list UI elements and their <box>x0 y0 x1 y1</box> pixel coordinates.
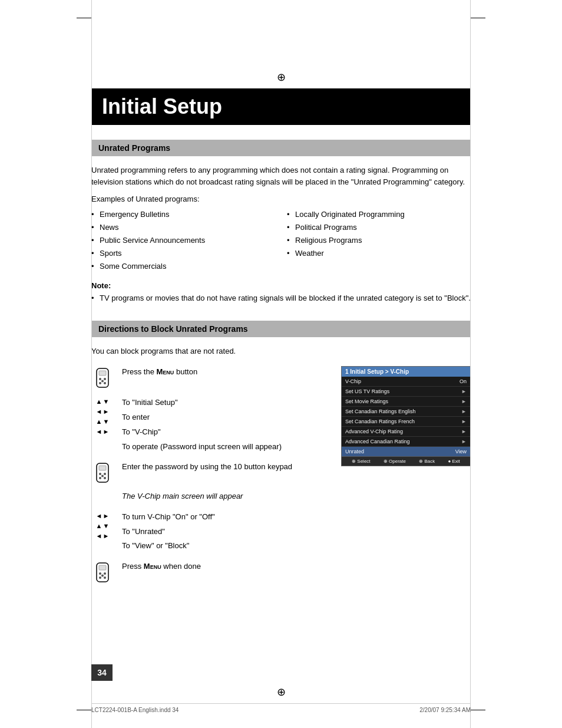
screenshot-label: Advanced Canadian Rating <box>345 439 410 444</box>
screenshot-row-us-tv: Set US TV Ratings ► <box>342 387 470 397</box>
step-line: To operate (Password input screen will a… <box>122 440 329 454</box>
screenshot-unrated-row: Unrated View <box>342 447 470 456</box>
svg-point-11 <box>99 477 101 479</box>
screenshot-label: V-Chip <box>345 378 361 384</box>
crop-mark-tl-h <box>77 18 91 18</box>
page-number-box: 34 <box>91 664 113 681</box>
unrated-intro-text: Unrated programming refers to any progra… <box>91 164 471 187</box>
registration-mark-top <box>277 71 286 84</box>
arrow-right: ► <box>103 408 110 415</box>
arrow-right: ► <box>103 512 110 519</box>
margin-line-left <box>91 0 92 728</box>
screenshot-row-advanced-canadian: Advanced Canadian Rating ► <box>342 437 470 447</box>
step-row-6: Press Menu when done <box>91 561 329 583</box>
svg-point-9 <box>99 473 101 475</box>
bullets-right-list: Locally Originated Programming Political… <box>287 208 471 260</box>
remote-icon-6 <box>94 562 111 583</box>
bullets-left-list: Emergency Bulletins News Public Service … <box>91 208 275 273</box>
screenshot-label: Advanced V-Chip Rating <box>345 429 403 434</box>
screenshot-label: Set Movie Ratings <box>345 398 388 404</box>
screenshot-row-advanced-vchip: Advanced V-Chip Rating ► <box>342 427 470 437</box>
svg-point-20 <box>101 575 104 577</box>
svg-point-16 <box>99 572 101 575</box>
screenshot-label: Set Canadian Ratings French <box>345 419 415 424</box>
bottom-bar-operate: ⊕ Operate <box>384 459 406 464</box>
svg-rect-1 <box>99 371 106 375</box>
screenshot-unrated-label: Unrated <box>345 449 364 454</box>
bullet-item: Weather <box>287 247 471 260</box>
arrow-left: ◄ <box>96 428 103 435</box>
screenshot-arrow: ► <box>461 439 467 444</box>
arrow-down: ▼ <box>103 522 110 529</box>
svg-point-17 <box>104 572 106 575</box>
screenshot-box: 1 Initial Setup > V-Chip V-Chip On Set U… <box>341 366 471 466</box>
svg-rect-15 <box>99 565 106 570</box>
arrow-up: ▲ <box>96 398 103 405</box>
screenshot-arrow: ► <box>461 409 467 414</box>
step-text-6: Press Menu when done <box>122 561 329 573</box>
screenshot-arrow: ► <box>461 388 467 394</box>
step-text-1: Press the Menu button <box>122 366 329 378</box>
examples-label: Examples of Unrated programs: <box>91 195 471 203</box>
step-icon-3 <box>91 461 114 483</box>
svg-point-4 <box>99 382 101 384</box>
title-banner: Initial Setup <box>91 88 471 125</box>
unrated-section-header: Unrated Programs <box>91 140 471 156</box>
svg-rect-8 <box>99 466 106 470</box>
arrows-ud-1: ▲▼ <box>96 398 110 405</box>
screenshot-bottom-bar: ⊕ Select ⊕ Operate ⊕ Back ● Exit <box>342 456 470 466</box>
crop-mark-tr-h <box>471 18 485 18</box>
arrows-lr-3: ◄► <box>96 512 110 519</box>
note-text: TV programs or movies that do not have r… <box>91 292 471 304</box>
note-label: Note: <box>91 281 471 290</box>
bullet-col-left: Emergency Bulletins News Public Service … <box>91 208 275 273</box>
bullet-item: Political Programs <box>287 221 471 234</box>
step-row-2: ▲▼ ◄► ▲▼ ◄► <box>91 396 329 454</box>
step-row-3: Enter the password by using the 10 butto… <box>91 461 329 483</box>
bullet-item: News <box>91 221 275 234</box>
directions-section: Directions to Block Unrated Programs You… <box>91 321 471 590</box>
bullet-columns: Emergency Bulletins News Public Service … <box>91 208 471 273</box>
arrows-ud-3: ▲▼ <box>96 522 110 529</box>
arrow-down: ▼ <box>103 398 110 405</box>
bullet-item: Some Commercials <box>91 260 275 273</box>
screenshot-value: On <box>459 378 467 384</box>
step-line: To "View" or "Block" <box>122 539 329 554</box>
step-icon-5: ◄► ▲▼ ◄► <box>91 510 114 539</box>
arrows-ud-2: ▲▼ <box>96 418 110 425</box>
svg-point-18 <box>99 577 101 579</box>
svg-point-6 <box>101 380 104 383</box>
footer-left: LCT2224-001B-A English.indd 34 <box>91 707 178 713</box>
screenshot-row-vchip: V-Chip On <box>342 377 470 387</box>
arrows-lr-1: ◄► <box>96 408 110 415</box>
screenshot-arrow: ► <box>461 398 467 404</box>
step-icon-1 <box>91 366 114 388</box>
screenshot-label: Set US TV Ratings <box>345 388 389 394</box>
page-title: Initial Setup <box>102 94 460 119</box>
arrow-up: ▲ <box>96 522 103 529</box>
bullet-item: Sports <box>91 247 275 260</box>
margin-line-right <box>470 0 471 728</box>
note-section: Note: TV programs or movies that do not … <box>91 281 471 304</box>
directions-section-header: Directions to Block Unrated Programs <box>91 321 471 337</box>
remote-icon-1 <box>94 367 111 388</box>
arrow-down: ▼ <box>103 418 110 425</box>
step-icon-2: ▲▼ ◄► ▲▼ ◄► <box>91 396 114 435</box>
screenshot-arrow: ► <box>461 429 467 434</box>
crop-mark-br-h <box>471 710 485 710</box>
step-line: To "V-Chip" <box>122 425 329 440</box>
bullet-item: Religious Programs <box>287 234 471 247</box>
directions-intro: You can block programs that are not rate… <box>91 345 471 357</box>
svg-point-10 <box>104 473 106 475</box>
bottom-bar-back: ⊕ Back <box>419 459 435 464</box>
step-text-3: Enter the password by using the 10 butto… <box>122 461 329 473</box>
screenshot-arrow: ► <box>461 419 467 424</box>
svg-point-13 <box>101 475 104 477</box>
svg-point-2 <box>99 378 101 380</box>
screenshot-label: Set Canadian Ratings English <box>345 409 416 414</box>
bullet-col-right: Locally Originated Programming Political… <box>287 208 471 273</box>
arrow-left: ◄ <box>96 408 103 415</box>
page-number: 34 <box>97 668 107 677</box>
svg-point-19 <box>104 577 106 579</box>
step-text-5: To turn V-Chip "On" or "Off" To "Unrated… <box>122 510 329 554</box>
